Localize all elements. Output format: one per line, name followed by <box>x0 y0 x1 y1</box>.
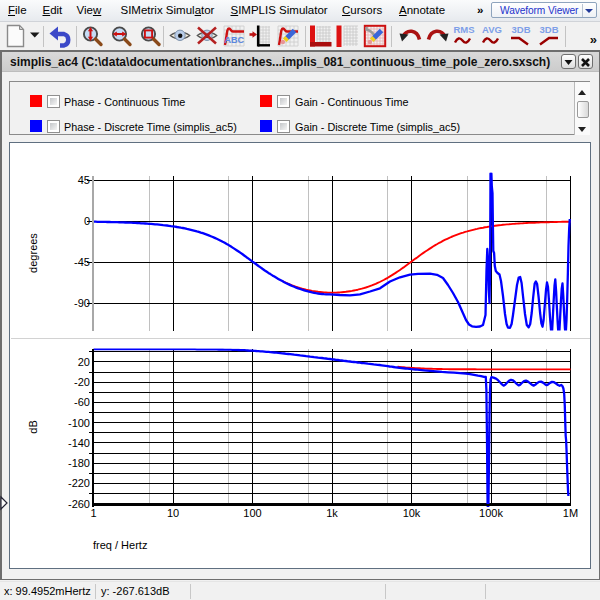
svg-text:10k: 10k <box>403 507 421 519</box>
svg-text:0: 0 <box>84 215 90 227</box>
svg-text:-140: -140 <box>68 437 90 449</box>
svg-text:-60: -60 <box>74 396 90 408</box>
svg-text:dB: dB <box>27 420 39 433</box>
svg-text:-90: -90 <box>74 297 90 309</box>
svg-text:20: 20 <box>78 356 90 368</box>
svg-text:10: 10 <box>167 507 179 519</box>
svg-text:-260: -260 <box>68 498 90 510</box>
svg-text:-180: -180 <box>68 457 90 469</box>
svg-text:1k: 1k <box>326 507 338 519</box>
svg-text:degrees: degrees <box>27 233 39 273</box>
svg-text:-45: -45 <box>74 256 90 268</box>
svg-text:freq / Hertz: freq / Hertz <box>93 539 147 551</box>
svg-text:1: 1 <box>90 507 96 519</box>
svg-text:100k: 100k <box>479 507 503 519</box>
svg-text:-220: -220 <box>68 477 90 489</box>
svg-text:1M: 1M <box>563 507 578 519</box>
svg-text:100: 100 <box>243 507 261 519</box>
svg-text:45: 45 <box>78 174 90 186</box>
svg-text:-100: -100 <box>68 417 90 429</box>
svg-text:-20: -20 <box>74 376 90 388</box>
